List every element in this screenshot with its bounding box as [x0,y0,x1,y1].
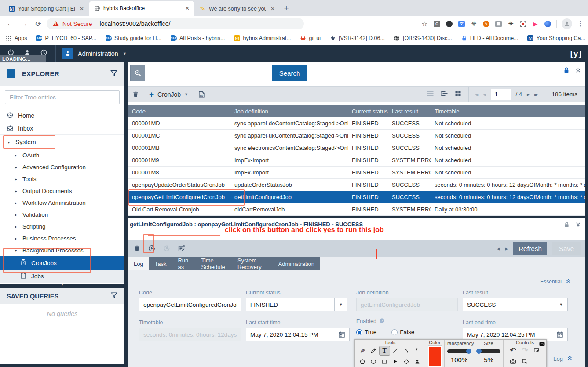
caret-right-icon[interactable]: ▸ [14,212,18,217]
advanced-search-icon[interactable] [130,65,145,81]
tool-polygon-icon[interactable] [357,357,368,367]
tool-arc-icon[interactable] [401,346,412,356]
forward-icon[interactable]: → [18,18,30,29]
sidebar-item-oauth[interactable]: ▸OAuth [0,149,124,161]
filter-funnel-icon[interactable] [110,69,118,79]
table-row[interactable]: openpayGetLimitConfiguredCronJob getLimi… [128,191,585,203]
chevron-down-icon[interactable]: ▼ [334,298,347,311]
prev-item-icon[interactable]: ◂ [497,245,500,252]
tool-arrow-icon[interactable] [390,357,401,367]
column-header[interactable]: Last result [388,108,431,115]
play-pink-icon[interactable]: ▶ [532,20,539,28]
asterisk-icon[interactable]: ✳ [507,20,515,28]
tool-line-icon[interactable] [390,346,401,356]
sidebar-item-home[interactable]: Home [0,109,124,122]
browser-menu-icon[interactable]: ⋮ [577,20,584,28]
code-field[interactable] [139,298,241,311]
bookmark-item[interactable]: SAP All Posts - hybris... [170,35,225,42]
browser-tab[interactable]: ✎ We are sorry to see you go ✕ [194,1,280,16]
page-number-input[interactable] [491,89,511,100]
column-header[interactable]: Current status [348,108,388,115]
bookmark-item[interactable]: [VSR-3142] D.06... [329,35,385,42]
enabled-false-radio[interactable]: False [391,329,414,335]
browser-tab[interactable]: [y] Your Shopping Cart | Electronic ✕ [4,1,89,16]
control-camera-icon[interactable] [507,356,519,367]
tool-ellipse-icon[interactable] [368,357,379,367]
sidebar-item-scripting[interactable]: ▸Scripting [0,221,124,233]
caret-right-icon[interactable]: ▸ [14,236,18,241]
collapse-up-icon[interactable] [575,67,581,75]
lock-icon[interactable] [564,222,570,229]
security-warning[interactable]: Not Secure [62,21,92,27]
perspective-selector[interactable]: Administration ▼ [56,45,133,62]
collapse-essential-icon[interactable] [566,278,571,285]
table-row[interactable]: 000001M8 ImpEx-Import FINISHED SYSTEM ER… [128,167,585,179]
next-item-icon[interactable]: ▸ [505,245,508,252]
caret-right-icon[interactable]: ▸ [14,224,18,229]
delete-cronjob-icon[interactable] [131,242,143,254]
caret-right-icon[interactable]: ▸ [14,189,18,193]
delete-icon[interactable] [128,87,143,102]
caret-down-icon[interactable]: ▾ [14,248,18,253]
save-button[interactable]: Save [552,242,581,255]
sidebar-item-inbox[interactable]: Inbox [0,122,124,135]
run-cronjob-icon[interactable] [146,242,158,254]
column-header[interactable]: Timetable [431,108,585,115]
caret-right-icon[interactable]: ▸ [14,177,18,182]
grid-view-icon[interactable] [455,91,461,98]
tab-close-icon[interactable]: ✕ [269,5,276,12]
tab-close-icon[interactable]: ✕ [78,5,85,12]
help-icon[interactable]: ? [379,318,385,325]
tree-filter-input[interactable] [5,90,120,104]
delete-logs-icon[interactable] [175,242,188,254]
bookmark-item[interactable]: [y] hybris Administrat... [234,35,291,42]
bookmark-item[interactable]: [y] Your Shopping Ca... [527,35,585,42]
back-icon[interactable]: ← [4,18,16,29]
calendar-icon[interactable] [552,328,568,341]
table-row[interactable]: 000001M9 ImpEx-Import FINISHED SYSTEM ER… [128,154,585,167]
sidebar-item-business-processes[interactable]: ▸Business Processes [0,233,124,244]
caret-right-icon[interactable]: ▸ [14,165,18,170]
bookmark-item[interactable]: SAP P_HYCD_60 - SAP... [36,35,97,42]
bookmark-item[interactable]: Apps [5,35,27,42]
tool-pencil-icon[interactable]: ✎ [357,346,368,356]
saved-queries-funnel-icon[interactable] [110,291,118,301]
tool-eraser-icon[interactable] [401,357,412,367]
url-text[interactable]: localhost:9002/backoffice/ [100,20,171,27]
tab-administration[interactable]: Administration [273,257,320,270]
table-row[interactable]: 000001MC sync apparel-ukContentCatalog:S… [128,130,585,142]
create-type-selector[interactable]: + CronJob ▼ [143,87,194,102]
atom-icon[interactable]: ❋ [470,20,478,28]
tab-run-as[interactable]: Run as [172,257,195,270]
bookmark-item[interactable]: SAP Study guide for H... [105,35,161,42]
bookmark-item[interactable]: [OBSS-1430] Disc... [394,35,452,42]
sidebar-item-system[interactable]: ▾System [0,135,124,149]
gsuite-icon[interactable]: G [433,20,441,28]
tab-time-schedule[interactable]: Time Schedule [195,257,231,270]
export-csv-icon[interactable]: csv [194,87,209,102]
control-redo-icon[interactable]: ↷ [519,345,531,355]
sidebar-item-advanced-configuration[interactable]: ▸Advanced Configuration [0,161,124,173]
lock-icon[interactable] [563,67,570,75]
pen-orange-icon[interactable]: ✎ [482,20,490,28]
url-field[interactable]: Not Secure localhost:9002/backoffice/ [47,18,304,29]
calendar-icon[interactable] [334,328,350,341]
collapse-log-icon[interactable] [567,355,573,362]
control-crop-icon[interactable] [519,356,531,367]
expand-down-icon[interactable] [575,222,581,229]
profile-avatar[interactable] [562,18,572,29]
sidebar-item-output-documents[interactable]: ▸Output Documents [0,185,124,197]
bookmark-item[interactable]: HLD - All Docume... [461,35,519,42]
circle-dark-icon[interactable] [446,20,453,28]
tool-rectangle-icon[interactable] [379,357,390,367]
table-row[interactable]: openpayUpdateOrderStatusCronJob updateOr… [128,179,585,191]
column-header[interactable]: Code [128,108,230,115]
last-page-icon[interactable]: ▸▸ [534,91,536,98]
bookmark-star-icon[interactable]: ☆ [421,20,428,28]
first-page-icon[interactable]: ◂◂ [475,91,476,98]
enabled-true-radio[interactable]: True [356,329,376,335]
tool-stamp-icon[interactable] [412,357,423,367]
tool-text-icon[interactable]: T [379,346,390,356]
table-row[interactable]: 000001MB sync electronicsContentCatalog:… [128,142,585,154]
control-undo-icon[interactable]: ↶ [507,345,519,355]
